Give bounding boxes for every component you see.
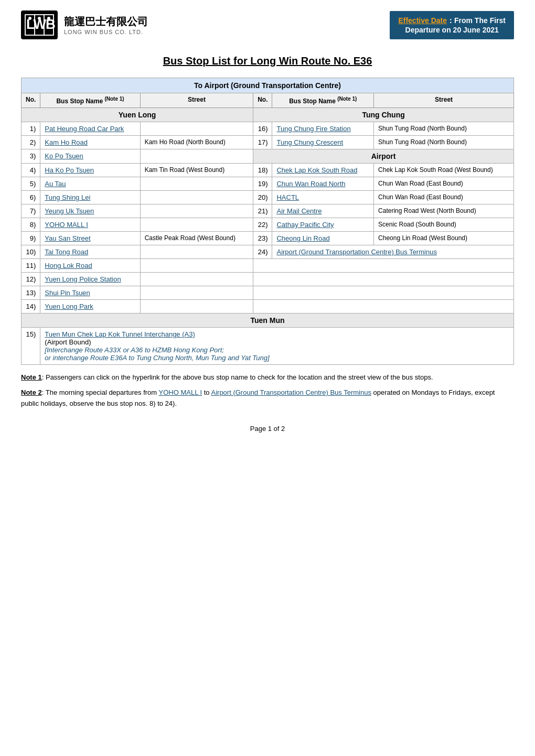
stop-street: Shun Tung Road (North Bound) xyxy=(374,122,514,136)
stop-street xyxy=(140,259,253,273)
stop-name: Tung Chung Crescent xyxy=(272,136,374,149)
stop-no: 4) xyxy=(22,164,40,177)
col-street-left: Street xyxy=(140,93,253,108)
page-header: LWB 龍運巴士有限公司 LONG WIN BUS CO. LTD. Effec… xyxy=(21,10,514,39)
table-row: 15) Tuen Mun Chek Lap Kok Tunnel Interch… xyxy=(22,328,514,365)
stop-no: 9) xyxy=(22,232,40,245)
stop-street: Chun Wan Road (East Bound) xyxy=(374,191,514,204)
note2-text-mid: to xyxy=(202,388,211,396)
region-yuen-long: Yuen Long xyxy=(22,108,253,122)
stop-street xyxy=(140,149,253,164)
table-row: 6) Tung Shing Lei 20) HACTL Chun Wan Roa… xyxy=(22,191,514,204)
region-tung-chung: Tung Chung xyxy=(253,108,514,122)
logo-text: 龍運巴士有限公司 LONG WIN BUS CO. LTD. xyxy=(64,15,148,35)
stop-name: Tung Chung Fire Station xyxy=(272,122,374,136)
stop-no: 23) xyxy=(253,232,272,245)
table-row: 10) Tai Tong Road 24) Airport (Ground Tr… xyxy=(22,245,514,259)
stop-street: Cheong Lin Road (West Bound) xyxy=(374,232,514,245)
note2-label: Note 2 xyxy=(21,388,42,396)
stop-no: 6) xyxy=(22,191,40,204)
table-row: 13) Shui Pin Tsuen xyxy=(22,286,514,300)
stop-name: Chun Wan Road North xyxy=(272,177,374,191)
page-title: Bus Stop List for Long Win Route No. E36 xyxy=(21,55,514,67)
stop-no: 3) xyxy=(22,149,40,164)
col-stop-right: Bus Stop Name (Note 1) xyxy=(272,93,374,108)
effective-date-line1: Effective Date：From The First xyxy=(398,16,506,26)
stop-name: Airport (Ground Transportation Centre) B… xyxy=(272,245,514,259)
stop-no: 15) xyxy=(22,328,40,365)
stop-street: Catering Road West (North Bound) xyxy=(374,204,514,218)
stop-street: Kam Tin Road (West Bound) xyxy=(140,164,253,177)
stop-no: 5) xyxy=(22,177,40,191)
notes-section: Note 1: Passengers can click on the hype… xyxy=(21,372,514,409)
stop-name: Cheong Lin Road xyxy=(272,232,374,245)
table-row: 12) Yuen Long Police Station xyxy=(22,273,514,286)
effective-date-line2: Departure on 20 June 2021 xyxy=(398,26,506,34)
stop-street: Chek Lap Kok South Road (West Bound) xyxy=(374,164,514,177)
stop-no: 2) xyxy=(22,136,40,149)
svg-point-8 xyxy=(47,17,50,20)
note2-link1[interactable]: YOHO MALL I xyxy=(159,388,202,396)
stop-name: Yuen Long Police Station xyxy=(40,273,140,286)
effective-date-box: Effective Date：From The First Departure … xyxy=(390,11,514,39)
table-row: 14) Yuen Long Park xyxy=(22,300,514,314)
table-row: 11) Hong Lok Road xyxy=(22,259,514,273)
stop-name: YOHO MALL I xyxy=(40,218,140,232)
stop-street: Shun Tung Road (North Bound) xyxy=(374,136,514,149)
col-street-right: Street xyxy=(374,93,514,108)
stop-street: Chun Wan Road (East Bound) xyxy=(374,177,514,191)
logo-area: LWB 龍運巴士有限公司 LONG WIN BUS CO. LTD. xyxy=(21,10,148,39)
stop-name-15: Tuen Mun Chek Lap Kok Tunnel Interchange… xyxy=(40,328,514,365)
stop-no: 11) xyxy=(22,259,40,273)
svg-point-6 xyxy=(28,17,31,20)
stop-name: Pat Heung Road Car Park xyxy=(40,122,140,136)
table-row: 2) Kam Ho Road Kam Ho Road (North Bound)… xyxy=(22,136,514,149)
stop-no: 18) xyxy=(253,164,272,177)
logo-english: LONG WIN BUS CO. LTD. xyxy=(64,29,148,35)
stop-name: Yau San Street xyxy=(40,232,140,245)
stop-no: 1) xyxy=(22,122,40,136)
note1: Note 1: Passengers can click on the hype… xyxy=(21,372,514,383)
region-airport: Airport xyxy=(253,149,514,164)
stop-name: Tai Tong Road xyxy=(40,245,140,259)
note2-link2[interactable]: Airport (Ground Transportation Centre) B… xyxy=(211,388,371,396)
stop-street xyxy=(140,218,253,232)
section-header: To Airport (Ground Transportation Centre… xyxy=(22,78,514,93)
stop-street: Scenic Road (South Bound) xyxy=(374,218,514,232)
effective-date-label: Effective Date xyxy=(398,16,447,25)
col-no-left: No. xyxy=(22,93,40,108)
stop-name: Hong Lok Road xyxy=(40,259,140,273)
stop-name: Shui Pin Tsuen xyxy=(40,286,140,300)
stop-street: Kam Ho Road (North Bound) xyxy=(140,136,253,149)
stop-no: 22) xyxy=(253,218,272,232)
stop-no: 12) xyxy=(22,273,40,286)
stop-no: 14) xyxy=(22,300,40,314)
region-tuen-mun: Tuen Mun xyxy=(22,314,514,328)
col-no-right: No. xyxy=(253,93,272,108)
note2: Note 2: The morning special departures f… xyxy=(21,387,514,409)
logo-icon: LWB xyxy=(21,10,58,39)
logo-chinese: 龍運巴士有限公司 xyxy=(64,15,148,29)
stop-no: 20) xyxy=(253,191,272,204)
stop-street xyxy=(140,191,253,204)
stop-name: Yuen Long Park xyxy=(40,300,140,314)
stop-street: Castle Peak Road (West Bound) xyxy=(140,232,253,245)
stop-name: Ko Po Tsuen xyxy=(40,149,140,164)
stop-no: 10) xyxy=(22,245,40,259)
stop-street xyxy=(140,300,253,314)
table-row: 7) Yeung Uk Tsuen 21) Air Mail Centre Ca… xyxy=(22,204,514,218)
stop-name: Au Tau xyxy=(40,177,140,191)
stop-no: 24) xyxy=(253,245,272,259)
stop-name: Air Mail Centre xyxy=(272,204,374,218)
stop-no: 16) xyxy=(253,122,272,136)
stop-name: Chek Lap Kok South Road xyxy=(272,164,374,177)
stop-street xyxy=(140,286,253,300)
stop-name: Kam Ho Road xyxy=(40,136,140,149)
stop-name: Yeung Uk Tsuen xyxy=(40,204,140,218)
table-row: 3) Ko Po Tsuen Airport xyxy=(22,149,514,164)
stop-street xyxy=(140,122,253,136)
stop-street xyxy=(140,245,253,259)
table-row: 9) Yau San Street Castle Peak Road (West… xyxy=(22,232,514,245)
note1-text: : Passengers can click on the hyperlink … xyxy=(42,373,433,381)
page-number: Page 1 of 2 xyxy=(250,425,285,433)
